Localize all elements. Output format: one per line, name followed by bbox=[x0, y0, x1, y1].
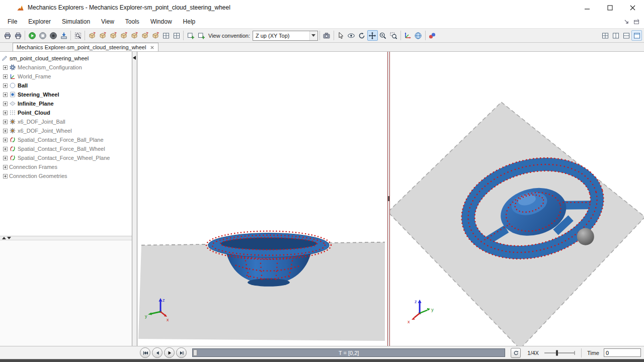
print-preview-icon[interactable] bbox=[13, 30, 23, 41]
menu-view[interactable]: View bbox=[96, 16, 120, 27]
menu-explorer[interactable]: Explorer bbox=[23, 16, 56, 27]
tree-item-root[interactable]: sm_point_cloud_steering_wheel bbox=[0, 54, 132, 63]
speed-slider-handle[interactable] bbox=[556, 350, 558, 355]
tree-item[interactable]: Connection Geometries bbox=[0, 171, 132, 180]
view-right-icon[interactable] bbox=[139, 30, 150, 41]
tree-item-label: Spatial_Contact_Force_Ball_Plane bbox=[18, 137, 104, 143]
window-title: Mechanics Explorers - Mechanics Explorer… bbox=[28, 4, 230, 11]
undock-icon[interactable] bbox=[623, 18, 630, 25]
minimize-button[interactable] bbox=[576, 0, 599, 15]
view-convention-dropdown[interactable]: Z up (XY Top) bbox=[253, 31, 318, 41]
time-slider-handle[interactable] bbox=[193, 349, 197, 356]
pane-layout-icon[interactable] bbox=[171, 30, 182, 41]
loop-playback-button[interactable] bbox=[511, 348, 521, 358]
expand-icon[interactable] bbox=[3, 120, 8, 124]
menu-tools[interactable]: Tools bbox=[120, 16, 145, 27]
expand-icon[interactable] bbox=[3, 74, 8, 79]
pan-tool-icon[interactable] bbox=[367, 30, 378, 41]
expand-icon[interactable] bbox=[3, 156, 8, 160]
time-input[interactable] bbox=[604, 348, 641, 357]
expand-icon[interactable] bbox=[3, 147, 8, 151]
step-back-button[interactable] bbox=[152, 347, 163, 358]
play-button[interactable] bbox=[164, 347, 175, 358]
splitter-down-icon[interactable] bbox=[7, 237, 11, 239]
tree-item[interactable]: x6_DOF_Joint_Wheel bbox=[0, 126, 132, 135]
camera-manager-icon[interactable] bbox=[321, 30, 332, 41]
zoom-tool-icon[interactable] bbox=[378, 30, 388, 41]
view-convention-value: Z up (XY Top) bbox=[256, 33, 289, 39]
svg-text:y: y bbox=[145, 314, 147, 319]
select-tool-icon[interactable] bbox=[336, 30, 346, 41]
expand-icon[interactable] bbox=[3, 102, 8, 106]
tree-item[interactable]: Connection Frames bbox=[0, 162, 132, 171]
tab-mechanics-explorer[interactable]: Mechanics Explorer-sm_point_cloud_steeri… bbox=[13, 43, 158, 51]
restore-viewpoint-icon[interactable] bbox=[196, 30, 206, 41]
dropdown-caret-icon[interactable] bbox=[309, 31, 317, 40]
time-slider[interactable]: T = [0,2] bbox=[192, 348, 505, 357]
tree-item[interactable]: Spatial_Contact_Force_Wheel_Plane bbox=[0, 153, 132, 162]
panel-splitter[interactable] bbox=[0, 236, 132, 240]
split-panes-icon[interactable] bbox=[160, 30, 171, 41]
view-bottom-icon[interactable] bbox=[118, 30, 129, 41]
show-com-icon[interactable] bbox=[427, 30, 438, 41]
expand-icon[interactable] bbox=[3, 65, 8, 70]
export-video-icon[interactable] bbox=[58, 30, 69, 41]
show-world-icon[interactable] bbox=[413, 30, 424, 41]
view-top-icon[interactable] bbox=[108, 30, 118, 41]
tab-close-icon[interactable] bbox=[150, 45, 154, 50]
record-icon[interactable] bbox=[48, 30, 58, 41]
close-button[interactable] bbox=[621, 0, 644, 15]
maximize-button[interactable] bbox=[599, 0, 621, 15]
examine-tool-icon[interactable] bbox=[346, 30, 357, 41]
go-to-start-button[interactable] bbox=[140, 347, 150, 358]
layout-columns-icon[interactable] bbox=[610, 30, 621, 41]
tree-item[interactable]: Point_Cloud bbox=[0, 108, 132, 117]
tree-item[interactable]: World_Frame bbox=[0, 72, 132, 81]
expand-icon[interactable] bbox=[3, 83, 8, 88]
collapse-panel-icon[interactable] bbox=[133, 56, 136, 60]
tree-item[interactable]: Mechanism_Configuration bbox=[0, 63, 132, 72]
tree-item[interactable]: Spatial_Contact_Force_Ball_Wheel bbox=[0, 144, 132, 153]
tree-collapse-gutter[interactable] bbox=[132, 52, 137, 346]
show-frames-icon[interactable] bbox=[403, 30, 413, 41]
viewport-right[interactable]: z y x bbox=[390, 52, 644, 346]
tree-item[interactable]: Infinite_Plane bbox=[0, 99, 132, 108]
play-simulation-icon[interactable] bbox=[27, 30, 37, 41]
tree-item[interactable]: Ball bbox=[0, 81, 132, 90]
expand-icon[interactable] bbox=[3, 165, 8, 169]
fit-to-view-icon[interactable] bbox=[72, 30, 83, 41]
expand-icon[interactable] bbox=[3, 138, 8, 142]
zoom-region-tool-icon[interactable] bbox=[388, 30, 399, 41]
print-icon[interactable] bbox=[2, 30, 13, 41]
view-left-icon[interactable] bbox=[129, 30, 139, 41]
layout-rows-icon[interactable] bbox=[621, 30, 631, 41]
layout-single-icon[interactable] bbox=[631, 30, 642, 41]
tree-item[interactable]: x6_DOF_Joint_Ball bbox=[0, 117, 132, 126]
splitter-up-icon[interactable] bbox=[2, 237, 6, 239]
tree-item[interactable]: Steering_Wheel bbox=[0, 90, 132, 99]
expand-icon[interactable] bbox=[3, 93, 8, 97]
time-range-label: T = [0,2] bbox=[339, 350, 359, 356]
menu-simulation[interactable]: Simulation bbox=[56, 16, 96, 27]
viewport-left[interactable]: z y x bbox=[137, 52, 387, 346]
view-front-icon[interactable] bbox=[87, 30, 97, 41]
tree-item-label: x6_DOF_Joint_Ball bbox=[18, 119, 65, 125]
speed-slider[interactable] bbox=[543, 349, 576, 357]
model-icon bbox=[1, 55, 8, 62]
menu-file[interactable]: File bbox=[2, 16, 23, 27]
tree-item-label: Connection Frames bbox=[9, 164, 57, 170]
menu-help[interactable]: Help bbox=[178, 16, 201, 27]
expand-icon[interactable] bbox=[3, 111, 8, 115]
add-viewpoint-icon[interactable] bbox=[185, 30, 196, 41]
rotate-tool-icon[interactable] bbox=[357, 30, 367, 41]
step-forward-button[interactable] bbox=[176, 347, 187, 358]
menu-window[interactable]: Window bbox=[145, 16, 178, 27]
expand-icon[interactable] bbox=[3, 174, 8, 178]
tree-item[interactable]: Spatial_Contact_Force_Ball_Plane bbox=[0, 135, 132, 144]
expand-icon[interactable] bbox=[3, 129, 8, 133]
view-back-icon[interactable] bbox=[97, 30, 108, 41]
dock-icon[interactable] bbox=[633, 18, 640, 25]
view-isometric-icon[interactable] bbox=[150, 30, 160, 41]
stop-simulation-icon[interactable] bbox=[37, 30, 48, 41]
layout-grid-icon[interactable] bbox=[600, 30, 610, 41]
